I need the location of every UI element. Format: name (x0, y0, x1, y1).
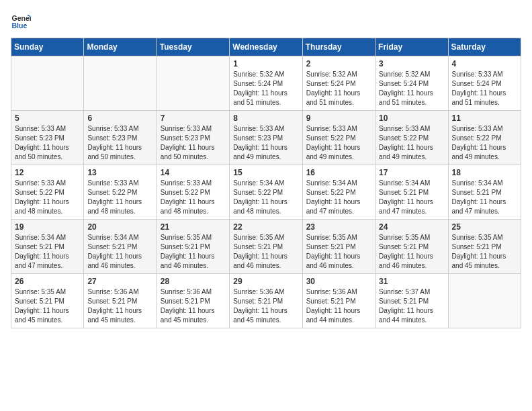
calendar-cell: 2Sunrise: 5:32 AM Sunset: 5:24 PM Daylig… (302, 56, 375, 111)
cell-info: Sunrise: 5:33 AM Sunset: 5:22 PM Dayligh… (15, 179, 80, 216)
week-row-5: 26Sunrise: 5:35 AM Sunset: 5:21 PM Dayli… (11, 274, 521, 328)
cell-info: Sunrise: 5:33 AM Sunset: 5:22 PM Dayligh… (379, 124, 444, 162)
calendar-cell: 15Sunrise: 5:34 AM Sunset: 5:22 PM Dayli… (230, 165, 302, 220)
day-number: 26 (15, 277, 80, 286)
cell-info: Sunrise: 5:32 AM Sunset: 5:24 PM Dayligh… (379, 70, 444, 107)
cell-info: Sunrise: 5:36 AM Sunset: 5:21 PM Dayligh… (161, 287, 226, 325)
col-header-sunday: Sunday (11, 38, 84, 56)
calendar-cell: 26Sunrise: 5:35 AM Sunset: 5:21 PM Dayli… (11, 274, 84, 328)
cell-info: Sunrise: 5:36 AM Sunset: 5:21 PM Dayligh… (233, 287, 298, 325)
day-number: 23 (306, 222, 371, 232)
calendar-cell: 13Sunrise: 5:33 AM Sunset: 5:22 PM Dayli… (84, 165, 157, 220)
calendar-cell: 28Sunrise: 5:36 AM Sunset: 5:21 PM Dayli… (157, 274, 229, 328)
calendar-cell: 16Sunrise: 5:34 AM Sunset: 5:22 PM Dayli… (302, 165, 375, 220)
cell-info: Sunrise: 5:36 AM Sunset: 5:21 PM Dayligh… (87, 287, 152, 325)
calendar-cell: 24Sunrise: 5:35 AM Sunset: 5:21 PM Dayli… (375, 220, 448, 274)
day-number: 13 (87, 168, 152, 177)
week-row-3: 12Sunrise: 5:33 AM Sunset: 5:22 PM Dayli… (11, 165, 521, 220)
calendar-cell (448, 274, 521, 328)
cell-info: Sunrise: 5:34 AM Sunset: 5:21 PM Dayligh… (87, 233, 152, 271)
day-number: 8 (233, 113, 298, 123)
day-number: 21 (161, 222, 226, 232)
cell-info: Sunrise: 5:36 AM Sunset: 5:21 PM Dayligh… (306, 287, 371, 325)
cell-info: Sunrise: 5:32 AM Sunset: 5:24 PM Dayligh… (233, 70, 298, 107)
cell-info: Sunrise: 5:33 AM Sunset: 5:23 PM Dayligh… (161, 124, 226, 162)
cell-info: Sunrise: 5:33 AM Sunset: 5:22 PM Dayligh… (306, 124, 371, 162)
day-number: 17 (379, 168, 444, 177)
cell-info: Sunrise: 5:32 AM Sunset: 5:24 PM Dayligh… (306, 70, 371, 107)
cell-info: Sunrise: 5:34 AM Sunset: 5:21 PM Dayligh… (452, 179, 517, 216)
calendar-cell: 9Sunrise: 5:33 AM Sunset: 5:22 PM Daylig… (302, 111, 375, 165)
calendar-cell: 7Sunrise: 5:33 AM Sunset: 5:23 PM Daylig… (157, 111, 229, 165)
day-number: 7 (161, 113, 226, 123)
cell-info: Sunrise: 5:35 AM Sunset: 5:21 PM Dayligh… (15, 287, 80, 325)
day-number: 19 (15, 222, 80, 232)
day-number: 9 (306, 113, 371, 123)
day-number: 1 (233, 59, 298, 68)
calendar-cell: 6Sunrise: 5:33 AM Sunset: 5:23 PM Daylig… (84, 111, 157, 165)
col-header-wednesday: Wednesday (230, 38, 302, 56)
calendar-cell: 30Sunrise: 5:36 AM Sunset: 5:21 PM Dayli… (302, 274, 375, 328)
calendar-cell: 4Sunrise: 5:33 AM Sunset: 5:24 PM Daylig… (448, 56, 521, 111)
cell-info: Sunrise: 5:33 AM Sunset: 5:22 PM Dayligh… (87, 179, 152, 216)
cell-info: Sunrise: 5:35 AM Sunset: 5:21 PM Dayligh… (379, 233, 444, 271)
cell-info: Sunrise: 5:37 AM Sunset: 5:21 PM Dayligh… (379, 287, 444, 325)
day-number: 5 (15, 113, 80, 123)
day-number: 20 (87, 222, 152, 232)
day-number: 16 (306, 168, 371, 177)
col-header-friday: Friday (375, 38, 448, 56)
cell-info: Sunrise: 5:33 AM Sunset: 5:23 PM Dayligh… (233, 124, 298, 162)
calendar-cell: 21Sunrise: 5:35 AM Sunset: 5:21 PM Dayli… (157, 220, 229, 274)
cell-info: Sunrise: 5:35 AM Sunset: 5:21 PM Dayligh… (161, 233, 226, 271)
day-number: 11 (452, 113, 517, 123)
day-number: 29 (233, 277, 298, 286)
day-number: 18 (452, 168, 517, 177)
calendar-cell: 18Sunrise: 5:34 AM Sunset: 5:21 PM Dayli… (448, 165, 521, 220)
day-number: 3 (379, 59, 444, 68)
calendar-cell: 27Sunrise: 5:36 AM Sunset: 5:21 PM Dayli… (84, 274, 157, 328)
week-row-4: 19Sunrise: 5:34 AM Sunset: 5:21 PM Dayli… (11, 220, 521, 274)
cell-info: Sunrise: 5:33 AM Sunset: 5:23 PM Dayligh… (87, 124, 152, 162)
calendar-cell: 29Sunrise: 5:36 AM Sunset: 5:21 PM Dayli… (230, 274, 302, 328)
day-number: 27 (87, 277, 152, 286)
cell-info: Sunrise: 5:33 AM Sunset: 5:22 PM Dayligh… (161, 179, 226, 216)
cell-info: Sunrise: 5:34 AM Sunset: 5:21 PM Dayligh… (379, 179, 444, 216)
calendar-cell (84, 56, 157, 111)
cell-info: Sunrise: 5:33 AM Sunset: 5:24 PM Dayligh… (452, 70, 517, 107)
calendar-cell: 5Sunrise: 5:33 AM Sunset: 5:23 PM Daylig… (11, 111, 84, 165)
calendar-cell: 8Sunrise: 5:33 AM Sunset: 5:23 PM Daylig… (230, 111, 302, 165)
logo-icon: General Blue (11, 11, 31, 31)
calendar-cell: 10Sunrise: 5:33 AM Sunset: 5:22 PM Dayli… (375, 111, 448, 165)
calendar-cell (157, 56, 229, 111)
day-number: 6 (87, 113, 152, 123)
col-header-monday: Monday (84, 38, 157, 56)
cell-info: Sunrise: 5:34 AM Sunset: 5:22 PM Dayligh… (306, 179, 371, 216)
calendar-cell: 22Sunrise: 5:35 AM Sunset: 5:21 PM Dayli… (230, 220, 302, 274)
cell-info: Sunrise: 5:33 AM Sunset: 5:23 PM Dayligh… (15, 124, 80, 162)
week-row-1: 1Sunrise: 5:32 AM Sunset: 5:24 PM Daylig… (11, 56, 521, 111)
calendar-cell: 17Sunrise: 5:34 AM Sunset: 5:21 PM Dayli… (375, 165, 448, 220)
calendar-cell: 31Sunrise: 5:37 AM Sunset: 5:21 PM Dayli… (375, 274, 448, 328)
day-number: 24 (379, 222, 444, 232)
day-number: 10 (379, 113, 444, 123)
calendar-cell: 23Sunrise: 5:35 AM Sunset: 5:21 PM Dayli… (302, 220, 375, 274)
day-number: 25 (452, 222, 517, 232)
calendar-cell: 12Sunrise: 5:33 AM Sunset: 5:22 PM Dayli… (11, 165, 84, 220)
day-number: 2 (306, 59, 371, 68)
calendar-cell: 14Sunrise: 5:33 AM Sunset: 5:22 PM Dayli… (157, 165, 229, 220)
logo: General Blue (11, 11, 34, 31)
week-row-2: 5Sunrise: 5:33 AM Sunset: 5:23 PM Daylig… (11, 111, 521, 165)
day-number: 30 (306, 277, 371, 286)
cell-info: Sunrise: 5:33 AM Sunset: 5:22 PM Dayligh… (452, 124, 517, 162)
cell-info: Sunrise: 5:34 AM Sunset: 5:22 PM Dayligh… (233, 179, 298, 216)
col-header-thursday: Thursday (302, 38, 375, 56)
calendar-cell: 11Sunrise: 5:33 AM Sunset: 5:22 PM Dayli… (448, 111, 521, 165)
cell-info: Sunrise: 5:35 AM Sunset: 5:21 PM Dayligh… (306, 233, 371, 271)
calendar-cell (11, 56, 84, 111)
day-number: 28 (161, 277, 226, 286)
page-header: General Blue (11, 11, 521, 31)
day-number: 22 (233, 222, 298, 232)
calendar-cell: 19Sunrise: 5:34 AM Sunset: 5:21 PM Dayli… (11, 220, 84, 274)
calendar-cell: 1Sunrise: 5:32 AM Sunset: 5:24 PM Daylig… (230, 56, 302, 111)
day-number: 15 (233, 168, 298, 177)
